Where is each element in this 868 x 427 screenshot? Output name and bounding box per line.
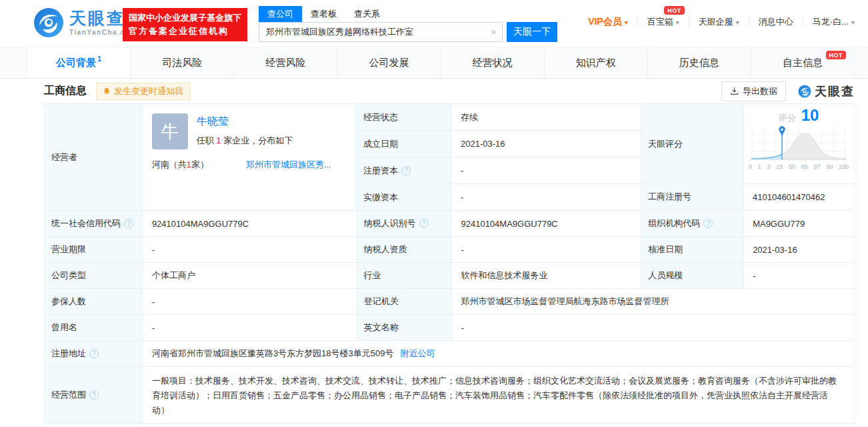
nav-enterprise-service[interactable]: 天眼企服▾ bbox=[689, 16, 749, 28]
tab-count: 1 bbox=[97, 55, 101, 63]
tick: 99 bbox=[826, 163, 833, 170]
operator-cell: 牛 牛晓莹 任职 1 家企业，分布如下 河南（共1家） 郑州市管城回族区秀... bbox=[143, 104, 357, 211]
field-label-credit-code: 统一社会信用代码? bbox=[45, 211, 143, 237]
score-value: 10 bbox=[801, 106, 819, 124]
nearby-companies-link[interactable]: 附近公司 bbox=[401, 348, 435, 360]
nav-vip-label: VIP会员 bbox=[588, 16, 622, 27]
region-count: 1 bbox=[187, 159, 191, 169]
field-value-insured-count: - bbox=[143, 289, 357, 315]
search-button[interactable]: 天眼一下 bbox=[507, 22, 557, 42]
hot-badge: HOT bbox=[664, 6, 685, 15]
field-value-english-name: - bbox=[452, 315, 855, 341]
field-value-established: 2021-03-16 bbox=[451, 131, 641, 157]
help-icon[interactable]: ? bbox=[124, 219, 133, 228]
tick: 50 bbox=[789, 163, 795, 170]
tianyancha-logo-icon bbox=[798, 85, 811, 98]
score-bell-curve bbox=[749, 125, 849, 161]
change-notify-button[interactable]: 发生变更时通知我 bbox=[96, 83, 190, 100]
tab-label: 经营风险 bbox=[265, 57, 305, 69]
field-value-reg-capital: - bbox=[451, 157, 641, 184]
tab-label: 司法风险 bbox=[162, 57, 202, 69]
field-value-business-term: - bbox=[143, 237, 357, 263]
region-suffix: 家） bbox=[191, 159, 209, 169]
business-info-table: 经营者 牛 牛晓莹 任职 1 家企业，分布如下 河南（共1家） 郑州市管城回族区… bbox=[44, 103, 855, 424]
operator-region: 河南（共1家） bbox=[152, 159, 209, 171]
tab-company-development[interactable]: 公司发展 bbox=[337, 47, 441, 78]
middle-column: 经营状态存续 成立日期2021-03-16 注册资本?- 实缴资本- bbox=[357, 104, 641, 211]
help-icon[interactable]: ? bbox=[89, 390, 99, 400]
help-icon[interactable]: ? bbox=[703, 219, 713, 228]
gov-badge-line1: 国家中小企业发展子基金旗下 bbox=[129, 11, 241, 25]
field-value-taxpayer-id: 92410104MA9GGU779C bbox=[451, 211, 641, 237]
download-icon bbox=[730, 87, 739, 95]
field-label-company-type: 公司类型 bbox=[45, 263, 143, 289]
field-label-paid-capital: 实缴资本 bbox=[357, 184, 451, 211]
field-label-taxpayer-quality: 纳税人资质 bbox=[357, 237, 452, 263]
field-label-address: 注册地址? bbox=[45, 341, 143, 367]
field-label-former-name: 曾用名 bbox=[45, 315, 143, 341]
field-label-text: 统一社会信用代码 bbox=[51, 218, 121, 230]
gov-badge-line2: 官方备案企业征信机构 bbox=[129, 25, 241, 38]
clear-search-icon[interactable]: × bbox=[491, 26, 497, 37]
nav-user-account[interactable]: 马龙·白...▾ bbox=[803, 16, 864, 28]
tab-label: 知识产权 bbox=[576, 57, 616, 69]
top-nav: VIP会员▾ HOT百宝箱▾ 天眼企服▾ 消息中心 马龙·白...▾ bbox=[579, 16, 864, 28]
field-value-approval-date: 2021-03-16 bbox=[743, 237, 855, 263]
field-label-status: 经营状态 bbox=[357, 104, 451, 131]
field-label-text: 组织机构代码 bbox=[648, 218, 700, 230]
chevron-down-icon: ▾ bbox=[676, 19, 679, 26]
field-label-org-code: 组织机构代码? bbox=[641, 211, 743, 237]
avatar[interactable]: 牛 bbox=[152, 113, 188, 149]
search-tab-company[interactable]: 查公司 bbox=[259, 6, 302, 22]
tab-self-info[interactable]: 自主信息HOT bbox=[751, 47, 854, 78]
search-input[interactable] bbox=[259, 23, 502, 41]
field-label-industry: 行业 bbox=[357, 263, 452, 289]
bell-icon bbox=[103, 87, 111, 95]
field-label-business-scope: 经营范围? bbox=[45, 367, 143, 424]
help-icon[interactable]: ? bbox=[401, 166, 411, 175]
field-label-operator: 经营者 bbox=[45, 104, 143, 211]
tianyancha-watermark: 天眼查 bbox=[798, 83, 855, 99]
tab-company-background[interactable]: 公司背景1 bbox=[27, 47, 131, 78]
field-value-credit-code: 92410104MA9GGU779C bbox=[143, 211, 357, 237]
tick: 3 bbox=[767, 163, 770, 170]
nav-message-center[interactable]: 消息中心 bbox=[749, 16, 803, 28]
chevron-down-icon: ▾ bbox=[851, 19, 855, 26]
hot-badge: HOT bbox=[826, 51, 847, 59]
tab-label: 经营状况 bbox=[473, 57, 513, 69]
search-block: 查公司 查老板 查关系 × 天眼一下 bbox=[259, 6, 557, 42]
tab-operation-risk[interactable]: 经营风险 bbox=[234, 47, 337, 78]
nav-toolbox[interactable]: HOT百宝箱▾ bbox=[638, 16, 689, 28]
tab-label: 公司背景 bbox=[56, 57, 96, 69]
tab-operation-status[interactable]: 经营状况 bbox=[441, 47, 545, 78]
search-tab-relation[interactable]: 查关系 bbox=[354, 6, 380, 22]
operator-company-link[interactable]: 郑州市管城回族区秀... bbox=[246, 159, 331, 171]
tianyancha-logo-icon bbox=[33, 7, 64, 38]
emp-prefix: 任职 bbox=[197, 135, 217, 145]
help-icon[interactable]: ? bbox=[419, 219, 429, 228]
section-title: 工商信息 bbox=[44, 84, 87, 98]
help-icon[interactable]: ? bbox=[89, 349, 99, 358]
tianyancha-logo[interactable]: 天眼查 TianYanCha.com bbox=[33, 7, 137, 38]
field-value-industry: 软件和信息技术服务业 bbox=[451, 263, 641, 289]
field-value-company-type: 个体工商户 bbox=[143, 263, 357, 289]
search-tab-boss[interactable]: 查老板 bbox=[311, 6, 337, 22]
operator-name-link[interactable]: 牛晓莹 bbox=[197, 115, 229, 127]
field-value-paid-capital: - bbox=[451, 184, 641, 211]
field-label-taxpayer-id: 纳税人识别号? bbox=[357, 211, 452, 237]
tick: 0 bbox=[749, 163, 752, 170]
export-data-button[interactable]: 导出数据 bbox=[721, 81, 786, 101]
tab-judicial-risk[interactable]: 司法风险 bbox=[131, 47, 234, 78]
field-label-text: 注册资本 bbox=[363, 165, 398, 177]
tab-history-info[interactable]: 历史信息 bbox=[648, 47, 751, 78]
field-label-approval-date: 核准日期 bbox=[641, 237, 743, 263]
field-value-business-scope: 一般项目：技术服务、技术开发、技术咨询、技术交流、技术转让、技术推广；信息技术咨… bbox=[143, 367, 855, 424]
field-label-registry: 登记机关 bbox=[357, 289, 452, 315]
company-tabbar: 公司背景1 司法风险 经营风险 公司发展 经营状况 知识产权 历史信息 自主信息… bbox=[0, 47, 868, 79]
tab-intellectual-property[interactable]: 知识产权 bbox=[545, 47, 648, 78]
nav-vip[interactable]: VIP会员▾ bbox=[579, 16, 637, 28]
tick: 100 bbox=[839, 163, 849, 170]
field-value-registry: 郑州市管城区市场监督管理局航海东路市场监督管理所 bbox=[452, 289, 855, 315]
search-tabs: 查公司 查老板 查关系 bbox=[259, 6, 557, 22]
nav-toolbox-label: 百宝箱 bbox=[647, 17, 673, 27]
